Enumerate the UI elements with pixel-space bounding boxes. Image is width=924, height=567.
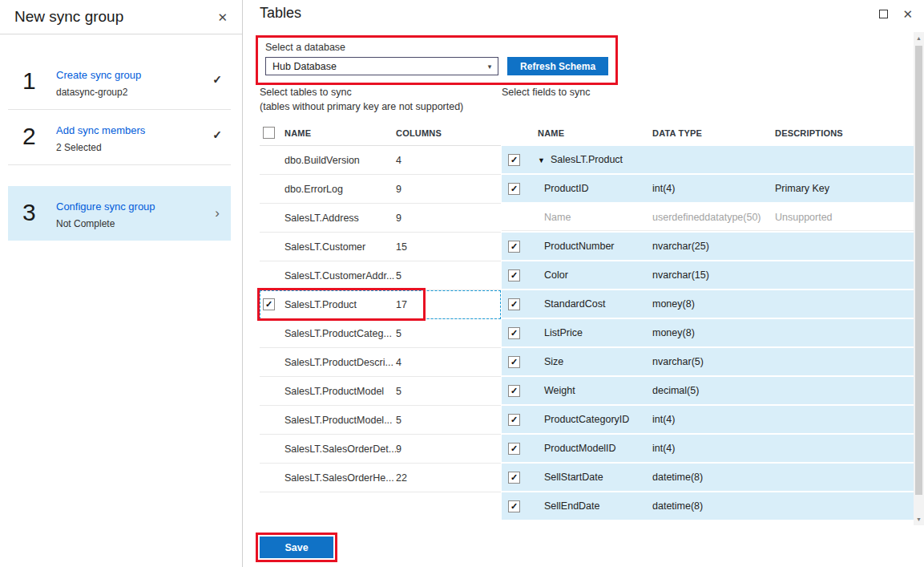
field-row[interactable]: ✓ProductIDint(4)Primary Key <box>502 175 914 202</box>
field-row[interactable]: ✓▼SalesLT.Product <box>502 146 914 173</box>
window-controls: ✕ <box>879 8 913 20</box>
table-columns-count: 17 <box>396 299 501 310</box>
scroll-down-icon[interactable]: ▼ <box>914 513 924 525</box>
checkbox-cell <box>260 241 284 253</box>
table-name: SalesLT.Customer <box>284 241 396 253</box>
checkbox-cell <box>260 269 284 281</box>
column-header-name: NAME <box>538 128 652 138</box>
field-datatype: money(8) <box>652 298 775 310</box>
step-subtitle: 2 Selected <box>56 142 207 153</box>
fields-header-row: NAME DATA TYPE DESCRIPTIONS <box>502 120 914 146</box>
database-annotation-red-box: Select a database Hub Database ▾ Refresh… <box>256 35 618 85</box>
table-name: SalesLT.ProductModel <box>284 386 396 397</box>
close-icon[interactable]: ✕ <box>217 11 228 23</box>
field-checkbox[interactable]: ✓ <box>508 241 520 253</box>
field-checkbox[interactable]: ✓ <box>508 356 520 368</box>
field-checkbox[interactable]: ✓ <box>508 385 520 397</box>
field-description: Unsupported <box>775 212 914 223</box>
restore-icon[interactable] <box>879 10 888 18</box>
fields-to-sync-section: Select fields to sync NAME DATA TYPE DES… <box>502 85 914 521</box>
checkbox-cell: ✓ <box>502 443 538 455</box>
check-icon: ✓ <box>207 67 228 86</box>
field-row[interactable]: ✓ProductModelIDint(4) <box>502 435 914 462</box>
close-icon[interactable]: ✕ <box>902 8 913 20</box>
table-row[interactable]: SalesLT.SalesOrderDet...9 <box>260 435 501 464</box>
field-datatype: int(4) <box>652 443 775 454</box>
save-button[interactable]: Save <box>260 537 333 558</box>
column-header-datatype: DATA TYPE <box>652 128 775 138</box>
field-row[interactable]: ✓ListPricemoney(8) <box>502 319 914 346</box>
wizard-step[interactable]: 2Add sync members2 Selected✓ <box>8 110 231 165</box>
table-columns-count: 5 <box>396 386 501 397</box>
checkbox-cell <box>260 154 284 166</box>
select-all-checkbox[interactable] <box>263 127 275 139</box>
field-row[interactable]: ✓Sizenvarchar(5) <box>502 348 914 375</box>
row-checkbox[interactable]: ✓ <box>263 298 275 310</box>
field-datatype: int(4) <box>652 414 775 425</box>
table-row[interactable]: SalesLT.Address9 <box>260 204 501 233</box>
table-row[interactable]: SalesLT.ProductDescri...4 <box>260 348 501 377</box>
field-row[interactable]: Nameuserdefineddatatype(50)Unsupported <box>502 204 914 231</box>
field-checkbox[interactable]: ✓ <box>508 183 520 195</box>
field-checkbox[interactable]: ✓ <box>508 327 520 339</box>
field-datatype: datetime(8) <box>652 500 775 512</box>
table-row[interactable]: SalesLT.ProductModel...5 <box>260 406 501 435</box>
field-name: StandardCost <box>538 298 652 310</box>
checkbox-cell: ✓ <box>502 183 538 195</box>
table-row[interactable]: SalesLT.ProductCateg...5 <box>260 319 501 348</box>
field-checkbox[interactable]: ✓ <box>508 443 520 455</box>
field-row[interactable]: ✓ProductNumbernvarchar(25) <box>502 233 914 260</box>
field-row[interactable]: ✓ProductCategoryIDint(4) <box>502 406 914 433</box>
table-name: SalesLT.ProductDescri... <box>284 357 396 368</box>
field-datatype: money(8) <box>652 327 775 338</box>
select-database-label: Select a database <box>265 42 608 53</box>
checkbox-cell: ✓ <box>502 385 538 397</box>
fields-label-block: Select fields to sync <box>502 85 914 120</box>
checkbox-cell <box>260 212 284 224</box>
collapse-triangle-icon[interactable]: ▼ <box>538 156 551 164</box>
field-name: Name <box>538 212 652 223</box>
table-row[interactable]: SalesLT.CustomerAddr...5 <box>260 261 501 290</box>
table-row[interactable]: dbo.BuildVersion4 <box>260 146 501 175</box>
scroll-up-icon[interactable]: ▲ <box>914 32 924 44</box>
tables-label-line2: (tables without primary key are not supp… <box>260 99 501 114</box>
table-row[interactable]: SalesLT.SalesOrderHe...22 <box>260 464 501 492</box>
wizard-step[interactable]: 1Create sync groupdatasync-group2✓ <box>8 55 231 110</box>
step-text: Add sync members2 Selected <box>56 122 207 153</box>
field-row[interactable]: ✓SellEndDatedatetime(8) <box>502 492 914 520</box>
step-subtitle: Not Complete <box>56 218 207 229</box>
checkbox-cell: ✓ <box>260 298 284 310</box>
chevron-down-icon: ▾ <box>488 63 492 71</box>
table-columns-count: 9 <box>396 184 501 195</box>
tables-to-sync-section: Select tables to sync (tables without pr… <box>260 85 501 492</box>
scrollbar-thumb[interactable] <box>915 46 922 495</box>
checkbox-cell <box>260 327 284 339</box>
table-row[interactable]: SalesLT.Customer15 <box>260 233 501 261</box>
database-dropdown-value: Hub Database <box>272 61 337 72</box>
field-checkbox[interactable]: ✓ <box>508 500 520 512</box>
field-checkbox[interactable]: ✓ <box>508 298 520 310</box>
refresh-schema-button[interactable]: Refresh Schema <box>507 57 608 75</box>
field-row[interactable]: ✓SellStartDatedatetime(8) <box>502 464 914 491</box>
table-row[interactable]: dbo.ErrorLog9 <box>260 175 501 204</box>
panel-title: New sync group <box>14 8 123 26</box>
field-row[interactable]: ✓StandardCostmoney(8) <box>502 290 914 318</box>
table-row[interactable]: ✓SalesLT.Product17 <box>260 290 501 319</box>
table-name: SalesLT.ProductModel... <box>284 415 396 426</box>
field-checkbox[interactable]: ✓ <box>508 472 520 484</box>
table-row[interactable]: SalesLT.ProductModel5 <box>260 377 501 406</box>
table-name: dbo.BuildVersion <box>284 155 396 166</box>
column-header-descriptions: DESCRIPTIONS <box>775 128 914 138</box>
field-checkbox[interactable]: ✓ <box>508 154 520 166</box>
field-row[interactable]: ✓Weightdecimal(5) <box>502 377 914 404</box>
table-columns-count: 9 <box>396 213 501 224</box>
field-checkbox[interactable]: ✓ <box>508 269 520 281</box>
field-datatype: datetime(8) <box>652 472 775 483</box>
wizard-step[interactable]: 3Configure sync groupNot Complete› <box>8 186 231 241</box>
field-checkbox[interactable]: ✓ <box>508 414 520 426</box>
checkbox-cell <box>260 443 284 455</box>
table-name: SalesLT.ProductCateg... <box>284 328 396 339</box>
database-dropdown[interactable]: Hub Database ▾ <box>265 57 498 75</box>
checkbox-cell <box>260 472 284 484</box>
field-row[interactable]: ✓Colornvarchar(15) <box>502 261 914 289</box>
